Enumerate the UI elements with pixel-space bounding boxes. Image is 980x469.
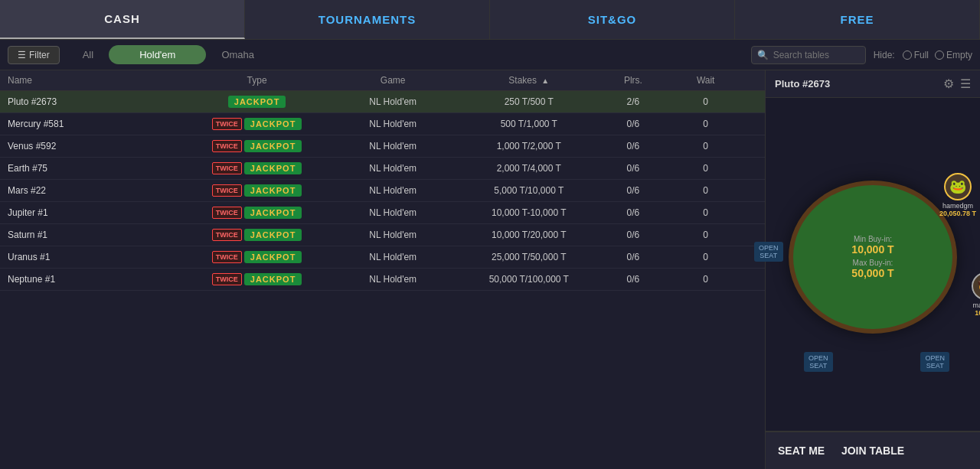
cell-name: Uranus #1	[8, 252, 189, 262]
seat-top-right[interactable]: 🐸 hamedgm 20,050.78 T	[939, 173, 976, 217]
cell-wait: 0	[669, 163, 742, 174]
seat-label-bl: OPENSEAT	[804, 352, 833, 372]
cell-name: Neptune #1	[8, 274, 189, 285]
hide-full-radio[interactable]	[903, 50, 912, 60]
avatar-hamedgm: 🐸	[944, 173, 972, 200]
table-row[interactable]: Uranus #1 TWICEJACKPOT NL Hold'em 25,000…	[0, 246, 765, 269]
avatar-manfoor: 🤠	[972, 272, 980, 300]
cell-name: Venus #592	[8, 141, 189, 151]
twice-badge: TWICE	[212, 251, 242, 263]
twice-badge: TWICE	[212, 118, 242, 130]
seat-me-button[interactable]: SEAT ME	[766, 432, 837, 469]
filter-icon: ☰	[18, 50, 26, 60]
tab-sitgo[interactable]: SIT&GO	[490, 0, 735, 39]
table-row[interactable]: Pluto #2673 JACKPOT NL Hold'em 250 T/500…	[0, 91, 765, 113]
seat-bottom-left[interactable]: OPENSEAT	[804, 352, 833, 372]
cell-game: NL Hold'em	[325, 96, 461, 107]
cell-type: TWICEJACKPOT	[189, 273, 325, 285]
poker-table-container: Min Buy-in: 10,000 T Max Buy-in: 50,000 …	[766, 98, 980, 431]
player-name-manfoor: manfoor	[972, 301, 980, 309]
cell-type: TWICEJACKPOT	[189, 184, 325, 197]
cell-plrs: 0/6	[597, 274, 670, 285]
search-icon: 🔍	[757, 50, 769, 60]
cell-type: JACKPOT	[189, 96, 325, 108]
hide-full-option[interactable]: Full	[903, 50, 929, 60]
col-header-stakes: Stakes ▲	[461, 75, 597, 86]
right-panel: Pluto #2673 ⚙ ☰ Min Buy-in: 10,000 T Max…	[766, 70, 980, 469]
cell-name: Jupiter #1	[8, 207, 189, 218]
table-row[interactable]: Mercury #581 TWICEJACKPOT NL Hold'em 500…	[0, 113, 765, 135]
cell-game: NL Hold'em	[325, 274, 461, 285]
max-buyin-value: 50,000 T	[851, 267, 893, 279]
cell-game: NL Hold'em	[325, 207, 461, 218]
cell-wait: 0	[669, 119, 742, 129]
cell-plrs: 0/6	[597, 207, 670, 218]
twice-badge: TWICE	[212, 162, 242, 174]
cell-game: NL Hold'em	[325, 252, 461, 262]
hide-empty-radio[interactable]	[935, 50, 944, 60]
jackpot-badge: JACKPOT	[244, 207, 302, 219]
table-row[interactable]: Mars #22 TWICEJACKPOT NL Hold'em 5,000 T…	[0, 180, 765, 202]
search-wrapper: 🔍	[751, 46, 866, 64]
column-headers: Name Type Game Stakes ▲ Plrs. Wait	[0, 70, 765, 91]
table-row[interactable]: Neptune #1 TWICEJACKPOT NL Hold'em 50,00…	[0, 269, 765, 291]
filter-holdem[interactable]: Hold'em	[109, 45, 206, 64]
cell-plrs: 0/6	[597, 252, 670, 262]
cell-name: Saturn #1	[8, 230, 189, 240]
cell-stakes: 50,000 T/100,000 T	[461, 274, 597, 285]
cell-type: TWICEJACKPOT	[189, 118, 325, 130]
cell-name: Mars #22	[8, 185, 189, 196]
cell-wait: 0	[669, 141, 742, 151]
player-chips-hamedgm: 20,050.78 T	[939, 210, 976, 217]
filter-options: All Hold'em Omaha	[67, 45, 751, 64]
table-row[interactable]: Saturn #1 TWICEJACKPOT NL Hold'em 10,000…	[0, 224, 765, 246]
cell-stakes: 2,000 T/4,000 T	[461, 163, 597, 174]
poker-table: Min Buy-in: 10,000 T Max Buy-in: 50,000 …	[789, 181, 957, 334]
table-row[interactable]: Jupiter #1 TWICEJACKPOT NL Hold'em 10,00…	[0, 202, 765, 224]
tab-tournaments[interactable]: TOURNAMENTS	[245, 0, 490, 39]
cell-wait: 0	[669, 252, 742, 262]
hide-empty-option[interactable]: Empty	[935, 50, 972, 60]
list-icon[interactable]: ☰	[960, 77, 971, 91]
top-nav: CASH TOURNAMENTS SIT&GO FREE	[0, 0, 980, 40]
cell-game: NL Hold'em	[325, 141, 461, 151]
cell-name: Pluto #2673	[8, 96, 189, 107]
right-panel-header: Pluto #2673 ⚙ ☰	[766, 70, 980, 98]
jackpot-badge: JACKPOT	[244, 162, 302, 174]
min-buyin-value: 10,000 T	[851, 243, 893, 256]
cell-stakes: 10,000 T/20,000 T	[461, 230, 597, 240]
stakes-sort-icon[interactable]: ▲	[541, 77, 549, 85]
seat-left[interactable]: OPENSEAT	[754, 242, 783, 262]
jackpot-badge: JACKPOT	[244, 229, 302, 241]
max-buyin-label: Max Buy-in:	[851, 259, 893, 267]
min-buyin-label: Min Buy-in:	[851, 235, 893, 243]
tab-cash[interactable]: CASH	[0, 0, 245, 39]
buy-in-info: Min Buy-in: 10,000 T Max Buy-in: 50,000 …	[851, 235, 893, 279]
table-rows-container: Pluto #2673 JACKPOT NL Hold'em 250 T/500…	[0, 91, 765, 291]
cell-game: NL Hold'em	[325, 230, 461, 240]
poker-table-wrapper: Min Buy-in: 10,000 T Max Buy-in: 50,000 …	[789, 181, 957, 349]
filter-button[interactable]: ☰ Filter	[8, 46, 60, 64]
filter-omaha[interactable]: Omaha	[206, 45, 270, 64]
table-row[interactable]: Venus #592 TWICEJACKPOT NL Hold'em 1,000…	[0, 135, 765, 158]
cell-stakes: 500 T/1,000 T	[461, 119, 597, 129]
cell-name: Earth #75	[8, 163, 189, 174]
cell-wait: 0	[669, 207, 742, 218]
twice-badge: TWICE	[212, 229, 242, 241]
cell-type: TWICEJACKPOT	[189, 162, 325, 174]
settings-icon[interactable]: ⚙	[943, 77, 954, 91]
jackpot-badge: JACKPOT	[244, 140, 302, 152]
cell-plrs: 0/6	[597, 119, 670, 129]
seat-label-l: OPENSEAT	[754, 242, 783, 262]
seat-right[interactable]: 🤠 manfoor 10,000	[972, 272, 980, 317]
cell-wait: 0	[669, 96, 742, 107]
table-row[interactable]: Earth #75 TWICEJACKPOT NL Hold'em 2,000 …	[0, 158, 765, 180]
cell-stakes: 10,000 T-10,000 T	[461, 207, 597, 218]
selected-table-name: Pluto #2673	[775, 78, 830, 90]
cell-game: NL Hold'em	[325, 163, 461, 174]
seat-bottom-right[interactable]: OPENSEAT	[920, 352, 949, 372]
filter-all[interactable]: All	[67, 45, 109, 64]
cell-wait: 0	[669, 185, 742, 196]
tab-free[interactable]: FREE	[735, 0, 980, 39]
cell-game: NL Hold'em	[325, 185, 461, 196]
